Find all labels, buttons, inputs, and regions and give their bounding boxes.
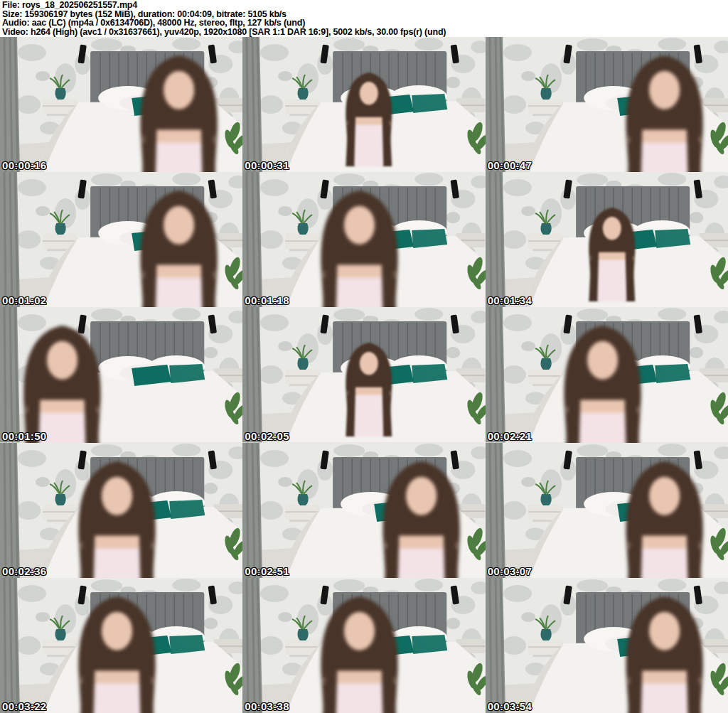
thumbnail-image xyxy=(486,443,728,578)
video-thumbnail: 00:02:36 xyxy=(0,443,242,578)
curtain xyxy=(486,307,505,442)
thumbnail-image xyxy=(242,37,485,172)
video-thumbnail: 00:00:31 xyxy=(242,37,485,172)
plant-vase xyxy=(540,629,551,640)
audio-line: Audio: aac (LC) (mp4a / 0x6134706D), 480… xyxy=(2,18,726,28)
figure-silhouette xyxy=(346,343,392,436)
plant-vase xyxy=(540,494,551,505)
curtain xyxy=(242,578,262,713)
thumbnail-image xyxy=(0,172,242,307)
figure-silhouette xyxy=(346,73,392,166)
timestamp-overlay: 00:01:02 xyxy=(2,294,46,306)
timestamp-overlay: 00:01:18 xyxy=(245,294,289,306)
timestamp-overlay: 00:03:38 xyxy=(245,700,289,712)
timestamp-overlay: 00:00:31 xyxy=(245,159,289,171)
file-info-header: File: roys_18_202506251557.mp4 Size: 159… xyxy=(0,0,728,37)
timestamp-overlay: 00:03:07 xyxy=(488,565,532,577)
plant-vase xyxy=(540,358,551,370)
video-thumbnail: 00:00:47 xyxy=(486,37,728,172)
timestamp-overlay: 00:02:21 xyxy=(488,430,532,442)
curtain xyxy=(486,37,505,172)
video-thumbnail: 00:01:34 xyxy=(486,172,728,307)
thumbnail-image xyxy=(486,578,728,713)
curtain xyxy=(242,307,262,442)
thumbnail-image xyxy=(242,578,485,713)
video-thumbnail: 00:00:16 xyxy=(0,37,242,172)
timestamp-overlay: 00:02:05 xyxy=(245,430,289,442)
timestamp-overlay: 00:01:50 xyxy=(2,430,46,442)
video-thumbnail: 00:01:18 xyxy=(242,172,485,307)
timestamp-overlay: 00:02:36 xyxy=(2,565,46,577)
thumbnail-grid: 00:00:16 xyxy=(0,37,728,713)
file-line: File: roys_18_202506251557.mp4 xyxy=(2,1,726,10)
video-thumbnail: 00:02:51 xyxy=(242,443,485,578)
curtain xyxy=(242,443,262,578)
thumbnail-image xyxy=(486,37,728,172)
video-line: Video: h264 (High) (avc1 / 0x31637661), … xyxy=(2,28,726,37)
curtain xyxy=(0,578,20,713)
plant-vase xyxy=(540,88,551,100)
video-thumbnail: 00:01:02 xyxy=(0,172,242,307)
plant-vase xyxy=(298,88,309,100)
video-thumbnail: 00:03:54 xyxy=(486,578,728,713)
video-thumbnail: 00:03:38 xyxy=(242,578,485,713)
thumbnail-image xyxy=(0,37,242,172)
thumbnail-image xyxy=(0,578,242,713)
video-thumbnail: 00:02:21 xyxy=(486,307,728,442)
curtain xyxy=(242,37,262,172)
plant-vase xyxy=(298,629,309,640)
plant-vase xyxy=(55,88,65,100)
video-thumbnail: 00:03:22 xyxy=(0,578,242,713)
plant-vase xyxy=(55,494,65,505)
plant-vase xyxy=(298,494,309,505)
curtain xyxy=(0,443,20,578)
plant-vase xyxy=(298,223,309,235)
timestamp-overlay: 00:02:51 xyxy=(245,565,289,577)
thumbnail-image xyxy=(242,172,485,307)
thumbnail-image xyxy=(0,307,242,442)
curtain xyxy=(486,578,505,713)
plant-vase xyxy=(55,629,65,640)
plant-vase xyxy=(298,358,309,370)
thumbnail-image xyxy=(486,172,728,307)
curtain xyxy=(0,172,20,307)
thumbnail-image xyxy=(486,307,728,442)
timestamp-overlay: 00:03:54 xyxy=(488,700,532,712)
timestamp-overlay: 00:03:22 xyxy=(2,700,46,712)
curtain xyxy=(0,307,20,442)
thumbnail-image xyxy=(242,307,485,442)
timestamp-overlay: 00:00:16 xyxy=(2,159,46,171)
curtain xyxy=(0,37,20,172)
plant-vase xyxy=(540,223,551,235)
plant-vase xyxy=(55,223,65,235)
curtain xyxy=(242,172,262,307)
curtain xyxy=(486,172,505,307)
timestamp-overlay: 00:01:34 xyxy=(488,294,532,306)
figure-silhouette xyxy=(589,208,635,301)
video-thumbnail: 00:03:07 xyxy=(486,443,728,578)
video-thumbnail: 00:02:05 xyxy=(242,307,485,442)
video-thumbnail: 00:01:50 xyxy=(0,307,242,442)
thumbnail-image xyxy=(0,443,242,578)
thumbnail-image xyxy=(242,443,485,578)
curtain xyxy=(486,443,505,578)
timestamp-overlay: 00:00:47 xyxy=(488,159,532,171)
